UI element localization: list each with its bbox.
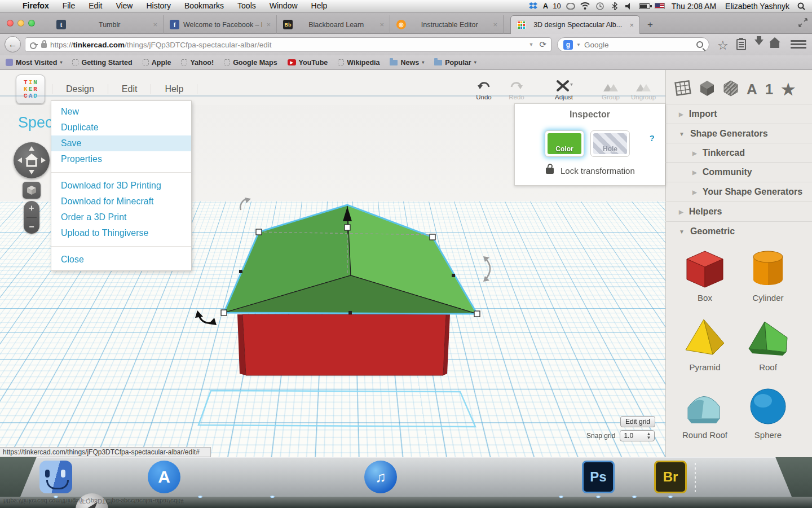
sidebar-section-your-shape-generators[interactable]: ▶ Your Shape Generators — [665, 182, 812, 202]
sidebar-section-helpers[interactable]: ▶ Helpers — [665, 202, 812, 221]
dropbox-icon[interactable] — [528, 2, 539, 11]
itunes-dock-icon[interactable]: ♫ — [364, 461, 397, 493]
ungroup-button[interactable]: Ungroup — [628, 78, 659, 100]
group-button[interactable]: Group — [595, 78, 626, 100]
menu-bar-clock[interactable]: Thu 2:08 AM — [669, 2, 718, 11]
finder-dock-icon[interactable] — [39, 461, 72, 493]
window-zoom-button[interactable] — [28, 20, 35, 27]
menu-item-download-minecraft[interactable]: Download for Minecraft — [51, 194, 191, 209]
height-handle-square[interactable] — [345, 225, 350, 230]
menu-view[interactable]: View — [109, 0, 139, 12]
red-box-front-face[interactable] — [242, 314, 446, 375]
menu-window[interactable]: Window — [263, 0, 304, 12]
lock-transformation-toggle[interactable]: Lock transformation — [546, 166, 635, 176]
tab-blackboard[interactable]: Bb Blackboard Learn × — [277, 15, 390, 34]
tinkercad-logo[interactable]: TIN KER CAD — [16, 75, 45, 104]
reload-icon[interactable]: ⟳ — [539, 40, 546, 50]
bookmark-wikipedia[interactable]: Wikipedia — [338, 59, 379, 67]
sidebar-section-import[interactable]: ▶ Import — [665, 104, 812, 124]
bookmarks-panel-icon[interactable] — [736, 39, 746, 50]
time-machine-icon[interactable] — [595, 2, 605, 11]
edit-grid-button[interactable]: Edit grid — [620, 416, 655, 427]
corner-handle-back-left[interactable] — [256, 229, 262, 235]
shape-round-roof[interactable]: Round Roof — [673, 384, 736, 440]
home-view-button[interactable] — [23, 182, 41, 199]
menu-item-order-3d-print[interactable]: Order a 3D Print — [51, 209, 191, 225]
inspector-help-button[interactable]: ? — [650, 133, 655, 143]
view-navigation-orb[interactable] — [14, 142, 50, 178]
menu-hamburger-icon[interactable] — [791, 40, 806, 49]
url-dropdown-icon[interactable]: ▼ — [529, 42, 534, 47]
stepper-arrows-icon[interactable]: ▲▼ — [646, 432, 651, 440]
sidebar-section-community[interactable]: ▶ Community — [665, 162, 812, 182]
tinkercad-menu-design[interactable]: Design — [52, 84, 108, 94]
bridge-dock-icon[interactable]: Br — [654, 461, 687, 493]
orb-home-icon[interactable] — [25, 154, 38, 166]
menu-item-duplicate[interactable]: Duplicate — [51, 120, 191, 135]
input-language-flag-icon[interactable] — [655, 3, 665, 9]
photoshop-dock-icon[interactable]: Ps — [582, 461, 615, 493]
workplane-grid-icon[interactable] — [674, 80, 691, 99]
menu-item-upload-thingiverse[interactable]: Upload to Thingiverse — [51, 225, 191, 241]
bookmark-most-visited[interactable]: Most Visited▾ — [6, 59, 62, 67]
tab-tumblr[interactable]: t Tumblr × — [51, 15, 164, 34]
new-tab-button[interactable]: + — [647, 19, 653, 30]
rotate-arrow-top[interactable] — [240, 198, 251, 210]
bookmark-youtube[interactable]: ▶YouTube — [288, 59, 328, 67]
text-tool-icon[interactable]: A — [747, 81, 757, 98]
redo-button[interactable]: Redo — [501, 78, 532, 100]
tab-facebook[interactable]: f Welcome to Facebook – L... × — [164, 15, 277, 34]
fullscreen-icon[interactable] — [798, 18, 807, 29]
corner-handle-front-right[interactable] — [474, 311, 480, 317]
shape-box[interactable]: Box — [673, 247, 736, 303]
menu-file[interactable]: File — [56, 0, 82, 12]
bookmark-news-folder[interactable]: News▾ — [390, 59, 424, 67]
rotate-arrow-left[interactable] — [195, 310, 217, 325]
back-button[interactable]: ← — [5, 36, 21, 52]
menu-help[interactable]: Help — [304, 0, 334, 12]
downloads-icon[interactable] — [754, 40, 764, 50]
solid-cube-icon[interactable] — [699, 80, 715, 99]
orb-down-arrow[interactable] — [29, 170, 34, 174]
mid-handle-right[interactable] — [452, 274, 455, 277]
orb-right-arrow[interactable] — [41, 157, 46, 163]
menu-firefox[interactable]: Firefox — [16, 0, 56, 12]
tab-close-icon[interactable]: × — [153, 20, 157, 29]
menu-history[interactable]: History — [139, 0, 178, 12]
search-icon[interactable] — [696, 41, 703, 48]
favorites-star-icon[interactable]: ★ — [781, 80, 795, 99]
undo-button[interactable]: Undo — [468, 78, 500, 100]
window-close-button[interactable] — [7, 20, 14, 27]
shape-pyramid[interactable]: Pyramid — [673, 316, 736, 372]
tab-close-icon[interactable]: × — [629, 21, 634, 29]
zoom-in-button[interactable]: + — [29, 203, 34, 213]
zoom-out-button[interactable]: − — [29, 222, 34, 232]
adobe-icon[interactable]: A — [543, 2, 548, 10]
number-tool-icon[interactable]: 1 — [765, 81, 773, 98]
google-engine-icon[interactable]: g — [563, 40, 573, 50]
shape-cylinder[interactable]: Cylinder — [736, 247, 800, 303]
tab-close-icon[interactable]: × — [379, 20, 384, 29]
hole-cube-icon[interactable] — [723, 80, 739, 99]
wifi-icon[interactable] — [580, 2, 590, 11]
menu-bookmarks[interactable]: Bookmarks — [178, 0, 231, 12]
sidebar-section-shape-generators[interactable]: ▼ Shape Generators — [665, 124, 812, 143]
rotate-arrow-right[interactable] — [483, 256, 490, 282]
sidebar-section-geometric[interactable]: ▼ Geometric — [665, 221, 812, 241]
bookmark-star-icon[interactable]: ☆ — [717, 38, 729, 53]
menu-edit[interactable]: Edit — [82, 0, 109, 12]
app-store-dock-icon[interactable]: A — [148, 461, 180, 493]
menu-item-save[interactable]: Save — [51, 135, 191, 151]
engine-dropdown-icon[interactable]: ▼ — [576, 42, 581, 47]
volume-icon[interactable] — [624, 2, 634, 11]
window-minimize-button[interactable] — [17, 20, 24, 27]
bookmark-getting-started[interactable]: Getting Started — [72, 59, 132, 67]
bookmark-popular-folder[interactable]: Popular▾ — [434, 59, 476, 67]
bookmark-google-maps[interactable]: Google Maps — [224, 59, 277, 67]
bookmark-apple[interactable]: Apple — [143, 59, 171, 67]
home-icon[interactable] — [770, 42, 779, 48]
tab-tinkercad-active[interactable]: 3D design Spectacular Alb... × — [510, 15, 640, 34]
menu-item-close[interactable]: Close — [51, 252, 191, 268]
color-swatch-button[interactable]: Color — [545, 130, 584, 157]
menu-bar-user[interactable]: Elizabeth Yashnyk — [723, 2, 792, 11]
